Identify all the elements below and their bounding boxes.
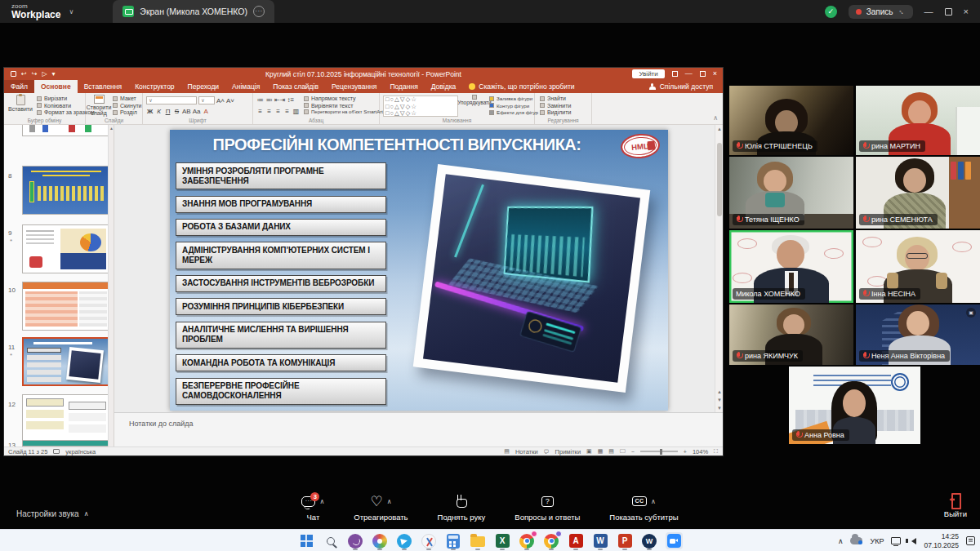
taskbar-chrome-1[interactable] — [519, 532, 536, 549]
bullets-button[interactable]: ≔ — [256, 96, 264, 104]
notes-toggle[interactable]: Нотатки — [515, 448, 538, 455]
reading-view-button[interactable]: ▤ — [608, 448, 614, 455]
grow-font-button[interactable]: A˄ — [216, 97, 225, 104]
notification-center-icon[interactable] — [966, 536, 975, 545]
notes-pane[interactable]: Нотатки до слайда — [114, 412, 723, 447]
fit-to-window-icon[interactable]: ⛶ — [714, 448, 718, 455]
numbering-button[interactable]: ≕ — [265, 96, 273, 104]
tab-review[interactable]: Рецензування — [325, 80, 383, 93]
align-center-button[interactable]: ≡ — [265, 108, 273, 115]
raise-hand-button[interactable]: Поднять руку — [438, 493, 486, 522]
taskbar-snipping-tool[interactable] — [421, 532, 438, 549]
taskbar-viber[interactable] — [347, 532, 364, 549]
shrink-font-button[interactable]: A˅ — [226, 97, 234, 104]
paste-button[interactable]: Вставити — [7, 95, 34, 112]
tab-home[interactable]: Основне — [34, 80, 78, 93]
start-button[interactable] — [298, 532, 315, 549]
tab-file[interactable]: Файл — [4, 80, 34, 93]
chat-button[interactable]: ···3 ∧ Чат — [301, 493, 324, 522]
tab-help[interactable]: Довідка — [425, 80, 463, 93]
video-tile[interactable]: ▣ Неня Анна Вікторівна — [856, 304, 980, 365]
slideshow-icon[interactable]: ▷ — [42, 70, 47, 78]
justify-button[interactable]: ≡ — [283, 108, 291, 115]
ppt-minimize-button[interactable]: — — [685, 70, 693, 78]
thumbnail-slide-8[interactable] — [22, 166, 110, 215]
smartart-button[interactable]: Перетворити на об'єкт SmartArt — [304, 109, 379, 114]
taskbar-calculator[interactable] — [445, 532, 462, 549]
shapes-gallery[interactable]: □○△▽◇☆□○△▽◇☆□○△▽◇☆ — [383, 96, 458, 117]
find-button[interactable]: Знайти — [540, 96, 589, 101]
collapse-ribbon-icon[interactable]: ∧ — [713, 114, 718, 122]
react-button[interactable]: ♡∧ Отреагировать — [354, 493, 408, 522]
thumbnail-scrollbar[interactable]: ▲ — [108, 125, 114, 447]
ppt-restore-button[interactable] — [700, 71, 706, 77]
layout-button[interactable]: Макет — [113, 96, 142, 101]
thumbnail-slide-10[interactable] — [22, 282, 110, 331]
taskbar-word[interactable]: W — [592, 532, 609, 549]
video-tile[interactable]: Тетяна ІЩЕНКО — [729, 157, 853, 229]
taskbar-chrome-2[interactable] — [543, 532, 560, 549]
recording-indicator[interactable]: Запись ↔ — [849, 5, 913, 19]
align-left-button[interactable]: ≡ — [256, 108, 264, 115]
line-spacing-button[interactable]: ↕≡ — [287, 96, 294, 104]
video-tile[interactable]: рина СЕМЕНЮТА — [856, 157, 980, 229]
video-tile-active-speaker[interactable]: Микола ХОМЕНКО — [729, 230, 853, 303]
close-button[interactable]: × — [964, 7, 969, 16]
font-size-select[interactable]: ∨ — [198, 96, 215, 104]
language-indicator[interactable]: українська — [65, 448, 96, 455]
reset-button[interactable]: Скинути — [113, 103, 142, 109]
tile-option-icon[interactable]: ▣ — [966, 308, 976, 318]
taskbar-powerpoint[interactable]: P — [617, 532, 634, 549]
comments-toggle[interactable]: Примітки — [555, 448, 581, 455]
leave-button[interactable]: Выйти — [944, 493, 967, 518]
strikethrough-button[interactable]: S — [173, 108, 180, 115]
chevron-down-icon[interactable]: ∨ — [69, 8, 74, 16]
taskbar-zoom-active[interactable] — [666, 532, 683, 549]
character-spacing-button[interactable]: АВ — [182, 108, 191, 115]
slide-thumbnail-panel[interactable]: 8 9 * 10 11 * — [4, 125, 114, 447]
zoom-percent[interactable]: 104% — [693, 448, 708, 455]
thumbnail-slide-7[interactable] — [22, 125, 110, 136]
qa-button[interactable]: ? Вопросы и ответы — [514, 493, 580, 522]
section-button[interactable]: Розділ — [113, 109, 142, 115]
video-tile[interactable]: рина МАРТИН — [856, 86, 980, 155]
indent-buttons[interactable]: ⇤⇥ — [274, 96, 285, 104]
slide-sorter-view-button[interactable]: ▦ — [598, 448, 604, 455]
taskbar-excel[interactable]: X — [494, 532, 511, 549]
chevron-up-icon[interactable]: ∧ — [651, 498, 656, 505]
arrange-button[interactable]: Упорядкувати — [460, 95, 489, 106]
speaker-icon[interactable] — [908, 538, 916, 544]
shape-effects-button[interactable]: Ефекти для фігур — [489, 109, 535, 115]
tray-expand-icon[interactable]: ∧ — [838, 537, 844, 545]
align-text-button[interactable]: Вирівняти текст — [304, 103, 379, 109]
video-tile[interactable]: Анна Ровна — [789, 367, 920, 444]
comments-toggle-icon[interactable]: 🗩 — [544, 449, 550, 455]
maximize-button[interactable] — [945, 8, 952, 16]
font-name-select[interactable]: ∨ — [146, 96, 197, 104]
normal-view-button[interactable]: ▣ — [586, 448, 592, 455]
captions-button[interactable]: CC∧ Показать субтитры — [609, 493, 678, 522]
taskbar-webex[interactable]: W — [641, 532, 658, 549]
tab-more-icon[interactable]: ··· — [253, 6, 265, 17]
spellcheck-icon[interactable] — [53, 449, 60, 454]
shared-screen-tab[interactable]: Экран (Микола ХОМЕНКО) ··· — [113, 0, 274, 23]
save-icon[interactable] — [11, 71, 16, 77]
zoom-slider[interactable] — [640, 451, 678, 452]
redo-icon[interactable]: ↪ — [32, 70, 38, 78]
thumbnail-slide-9[interactable] — [22, 224, 110, 273]
chevron-up-icon[interactable]: ∧ — [387, 498, 392, 505]
tab-insert[interactable]: Вставлення — [78, 80, 128, 93]
slideshow-view-button[interactable]: 🖵 — [620, 448, 626, 455]
italic-button[interactable]: К — [155, 108, 163, 115]
ribbon-options-icon[interactable] — [672, 71, 678, 77]
expand-icon[interactable]: ↔ — [896, 6, 906, 16]
taskbar-paint[interactable] — [372, 532, 389, 549]
sign-in-button[interactable]: Увійти — [632, 69, 664, 78]
shape-fill-button[interactable]: Заливка фігури — [489, 96, 535, 101]
tab-slideshow[interactable]: Показ слайдів — [266, 80, 325, 93]
slide-canvas[interactable]: ПРОФЕСІЙНІ КОМПЕТЕНТНОСТІ ВИПУСКНИКА: НМ… — [170, 130, 668, 411]
thumbnail-slide-13[interactable] — [22, 440, 110, 447]
bold-button[interactable]: Ж — [146, 108, 154, 115]
tab-design[interactable]: Конструктор — [128, 80, 180, 93]
taskbar-telegram[interactable] — [396, 532, 413, 549]
